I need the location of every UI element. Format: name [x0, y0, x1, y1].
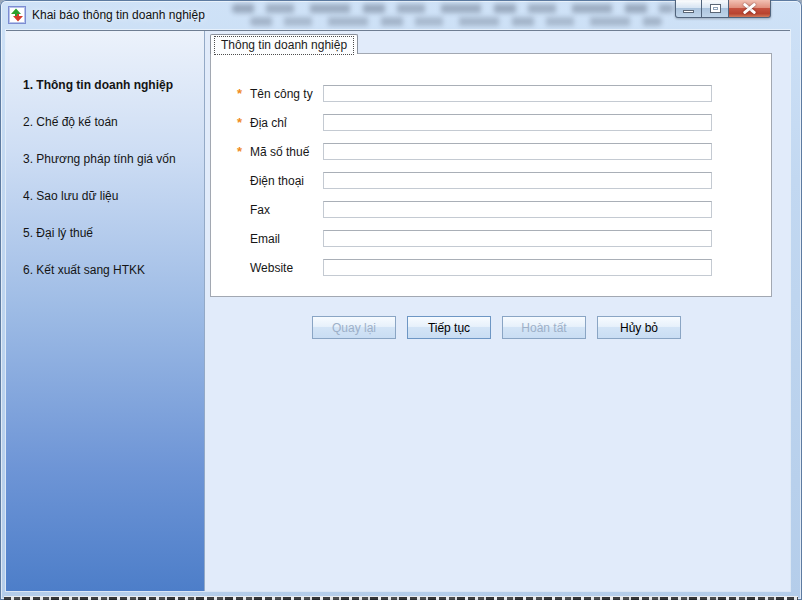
sidebar-step-5-dai-ly-thue[interactable]: 5. Đại lý thuế — [23, 226, 204, 263]
maximize-icon — [710, 4, 721, 13]
tab-thong-tin-doanh-nghiep[interactable]: Thông tin doanh nghiệp — [210, 34, 358, 54]
quay-lai-button[interactable]: Quay lại — [312, 316, 396, 339]
titlebar-ghost-text — [232, 4, 674, 13]
desktop-background-bleed — [4, 596, 798, 600]
ma-so-thue-input[interactable] — [323, 143, 712, 160]
wizard-button-row: Quay lại Tiếp tục Hoàn tất Hủy bỏ — [312, 316, 681, 339]
main-panel: Thông tin doanh nghiệp * Tên công ty * Đ… — [205, 31, 790, 591]
sidebar-step-3-phuong-phap-tinh-gia-von[interactable]: 3. Phương pháp tính giá vốn — [23, 152, 204, 189]
required-marker: * — [237, 145, 250, 158]
company-info-form: * Tên công ty * Địa chỉ * Mã số thuế — [211, 79, 771, 282]
field-label-dia-chi: Địa chỉ — [250, 116, 323, 130]
form-row: * Điện thoại — [211, 166, 771, 195]
window-title: Khai báo thông tin doanh nghiệp — [32, 8, 205, 22]
field-label-email: Email — [250, 232, 323, 246]
field-label-dien-thoai: Điện thoại — [250, 174, 323, 188]
form-row: * Fax — [211, 195, 771, 224]
fax-input[interactable] — [323, 201, 712, 218]
form-row: * Email — [211, 224, 771, 253]
minimize-icon — [683, 10, 694, 13]
sidebar-step-4-sao-luu-du-lieu[interactable]: 4. Sao lưu dữ liệu — [23, 189, 204, 226]
sidebar-step-6-ket-xuat-sang-htkk[interactable]: 6. Kết xuất sang HTKK — [23, 263, 204, 300]
field-label-ma-so-thue: Mã số thuế — [250, 145, 323, 159]
dia-chi-input[interactable] — [323, 114, 712, 131]
form-row: * Mã số thuế — [211, 137, 771, 166]
tiep-tuc-button[interactable]: Tiếp tục — [407, 316, 491, 339]
wizard-steps-sidebar: 1. Thông tin doanh nghiệp 2. Chế độ kế t… — [6, 31, 205, 591]
client-area: 1. Thông tin doanh nghiệp 2. Chế độ kế t… — [6, 30, 790, 591]
form-row: * Website — [211, 253, 771, 282]
required-marker: * — [237, 87, 250, 100]
field-label-fax: Fax — [250, 203, 323, 217]
tab-control: Thông tin doanh nghiệp * Tên công ty * Đ… — [210, 34, 772, 297]
app-logo-icon — [8, 6, 26, 24]
form-row: * Tên công ty — [211, 79, 771, 108]
dien-thoai-input[interactable] — [323, 172, 712, 189]
email-input[interactable] — [323, 230, 712, 247]
close-button[interactable] — [729, 0, 771, 18]
maximize-button[interactable] — [702, 0, 729, 18]
hoan-tat-button[interactable]: Hoàn tất — [502, 316, 586, 339]
field-label-ten-cong-ty: Tên công ty — [250, 87, 323, 101]
title-bar[interactable]: Khai báo thông tin doanh nghiệp — [0, 0, 802, 30]
ten-cong-ty-input[interactable] — [323, 85, 712, 102]
titlebar-ghost-text — [250, 17, 662, 26]
minimize-button[interactable] — [675, 0, 702, 18]
field-label-website: Website — [250, 261, 323, 275]
application-window: Khai báo thông tin doanh nghiệp 1. Thông… — [0, 0, 802, 600]
sidebar-step-2-che-do-ke-toan[interactable]: 2. Chế độ kế toán — [23, 115, 204, 152]
tab-page-company-info: * Tên công ty * Địa chỉ * Mã số thuế — [210, 53, 772, 297]
tab-strip: Thông tin doanh nghiệp — [210, 34, 772, 54]
form-row: * Địa chỉ — [211, 108, 771, 137]
huy-bo-button[interactable]: Hủy bỏ — [597, 316, 681, 339]
sidebar-step-1-thong-tin-doanh-nghiep[interactable]: 1. Thông tin doanh nghiệp — [23, 78, 204, 115]
tab-label: Thông tin doanh nghiệp — [214, 36, 354, 55]
website-input[interactable] — [323, 259, 712, 276]
close-icon — [743, 3, 756, 14]
required-marker: * — [237, 116, 250, 129]
